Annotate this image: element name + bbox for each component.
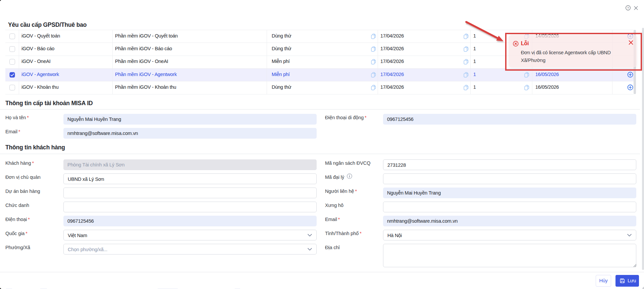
svg-text:?: ? (627, 6, 629, 10)
